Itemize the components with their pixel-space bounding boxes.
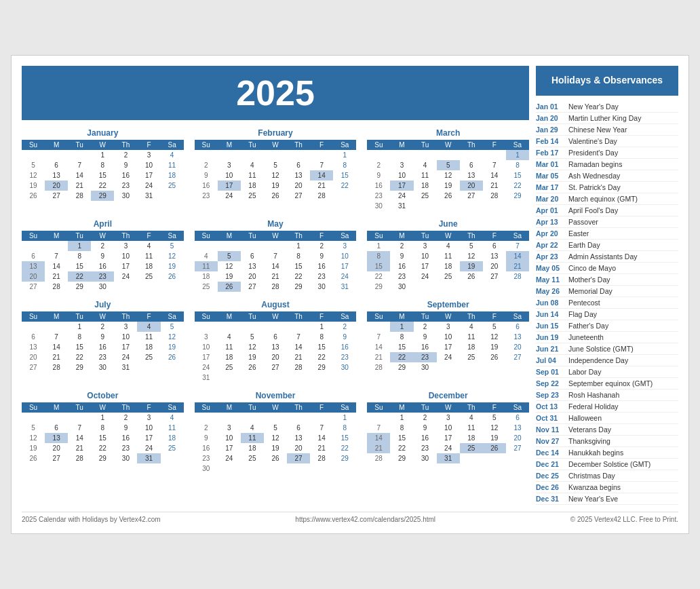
- calendar-day: [241, 241, 264, 251]
- calendar-day: 19: [437, 180, 460, 191]
- holiday-item: Mar 17St. Patrick's Day: [536, 182, 678, 193]
- calendar-day: 7: [287, 332, 310, 342]
- holiday-name: September equinox (GMT): [568, 379, 653, 387]
- calendar-day: 17: [414, 261, 437, 271]
- holiday-item: Feb 17President's Day: [536, 147, 678, 159]
- calendar-day: 4: [161, 150, 184, 160]
- calendar-day: 3: [195, 332, 218, 342]
- calendar-day: 5: [264, 423, 287, 433]
- holiday-name: Federal Holiday: [568, 402, 619, 411]
- calendar-day: 11: [437, 251, 460, 261]
- holiday-date: Mar 17: [536, 183, 564, 191]
- day-header: Tu: [241, 231, 264, 241]
- day-header: W: [437, 311, 460, 322]
- calendar-day: 7: [483, 160, 506, 170]
- calendar-day: 12: [161, 251, 184, 261]
- calendar-day: [195, 241, 218, 251]
- calendar-day: 27: [483, 271, 506, 282]
- calendar-day: 23: [310, 271, 333, 282]
- calendar-day: 27: [506, 443, 529, 453]
- calendar-day: 21: [68, 180, 91, 191]
- calendar-day: 6: [506, 322, 529, 332]
- day-header: F: [483, 402, 506, 413]
- calendar-day: 1: [68, 322, 91, 332]
- day-header: M: [218, 402, 241, 413]
- main-layout: 2025 JanuarySuMTuWThFSa12345678910111213…: [22, 66, 678, 505]
- calendar-day: 8: [390, 423, 413, 433]
- calendar-day: 19: [22, 443, 45, 453]
- day-header: Tu: [241, 140, 264, 150]
- calendar-day: [45, 413, 68, 423]
- calendar-day: 18: [414, 180, 437, 191]
- calendar-day: 7: [45, 332, 68, 342]
- month-table: SuMTuWThFSa12345678910111213141516171819…: [195, 311, 357, 383]
- year-header: 2025: [22, 66, 529, 120]
- calendar-day: 17: [114, 342, 137, 352]
- calendar-day: [241, 413, 264, 423]
- holiday-item: Apr 13Passover: [536, 216, 678, 228]
- calendar-day: 10: [195, 342, 218, 352]
- calendar-day: 16: [195, 180, 218, 191]
- calendar-day: 14: [310, 433, 333, 443]
- calendar-day: 11: [460, 332, 483, 342]
- calendar-day: 9: [390, 251, 413, 261]
- calendar-day: 7: [45, 251, 68, 261]
- holiday-item: Dec 14Hanukkah begins: [536, 447, 678, 459]
- day-header: Su: [195, 231, 218, 241]
- holiday-name: December Solstice (GMT): [568, 460, 650, 468]
- day-header: F: [310, 311, 333, 322]
- month-may: MaySuMTuWThFSa12345678910111213141516171…: [195, 219, 357, 292]
- calendar-day: 22: [333, 443, 356, 453]
- calendar-day: 2: [195, 423, 218, 433]
- day-header: F: [310, 231, 333, 241]
- day-header: M: [45, 140, 68, 150]
- calendar-day: [414, 150, 437, 160]
- calendar-day: [333, 373, 356, 383]
- calendar-day: 29: [91, 453, 114, 463]
- calendar-day: 7: [506, 241, 529, 251]
- calendar-day: 11: [161, 160, 184, 170]
- day-header: Th: [287, 231, 310, 241]
- calendar-day: 2: [91, 241, 114, 251]
- calendar-day: [460, 362, 483, 373]
- calendar-day: 11: [414, 170, 437, 180]
- calendar-day: 18: [195, 271, 218, 282]
- calendar-day: 1: [506, 150, 529, 160]
- holiday-item: Dec 21December Solstice (GMT): [536, 459, 678, 470]
- holiday-name: St. Patrick's Day: [568, 183, 621, 191]
- day-header: Sa: [333, 140, 356, 150]
- day-header: Sa: [506, 402, 529, 413]
- calendar-day: 26: [161, 352, 184, 362]
- calendar-day: 15: [367, 261, 390, 271]
- calendar-day: 23: [414, 443, 437, 453]
- holiday-date: Nov 11: [536, 425, 564, 434]
- holiday-name: Christmas Day: [568, 472, 615, 480]
- calendar-day: 20: [45, 443, 68, 453]
- holiday-date: Jun 21: [536, 345, 564, 353]
- calendar-day: 12: [437, 170, 460, 180]
- calendar-day: [114, 282, 137, 292]
- day-header: F: [137, 140, 160, 150]
- calendar-day: 9: [310, 251, 333, 261]
- calendar-day: [310, 373, 333, 383]
- calendar-day: [414, 201, 437, 211]
- calendar-day: [22, 413, 45, 423]
- month-february: FebruarySuMTuWThFSa123456789101112131415…: [195, 128, 357, 211]
- calendar-day: [161, 362, 184, 373]
- calendar-day: 10: [437, 423, 460, 433]
- holiday-name: Rosh Hashanah: [568, 391, 619, 399]
- month-title: January: [22, 128, 184, 138]
- calendar-day: 4: [161, 413, 184, 423]
- calendar-day: 23: [390, 271, 413, 282]
- month-table: SuMTuWThFSa12345678910111213141516171819…: [195, 140, 357, 201]
- calendar-day: 2: [114, 413, 137, 423]
- calendar-day: 12: [22, 433, 45, 443]
- calendar-day: [437, 201, 460, 211]
- holiday-date: Dec 14: [536, 449, 564, 457]
- holiday-name: Chinese New Year: [568, 126, 627, 134]
- calendar-day: 16: [310, 261, 333, 271]
- calendar-day: 15: [68, 342, 91, 352]
- day-header: Sa: [506, 231, 529, 241]
- calendar-day: 29: [68, 282, 91, 292]
- calendar-day: 12: [241, 342, 264, 352]
